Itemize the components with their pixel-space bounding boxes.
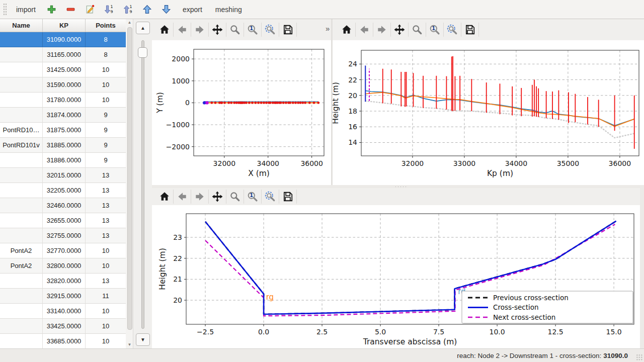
move-up-button[interactable] [139, 2, 155, 17]
table-cell[interactable]: 8 [86, 47, 126, 62]
table-row[interactable]: 32015.000013 [0, 168, 126, 183]
table-cell[interactable] [0, 77, 43, 93]
table-row[interactable]: 32820.000013 [0, 274, 126, 289]
save-button[interactable] [462, 21, 477, 38]
table-cell[interactable]: 31875.0000 [43, 123, 86, 138]
table-cell[interactable] [0, 108, 43, 123]
column-header-kp[interactable]: KP [43, 19, 86, 32]
forward-button[interactable] [192, 21, 207, 38]
zoom-one-button[interactable] [427, 21, 442, 38]
move-down-button[interactable] [158, 2, 175, 17]
table-cell[interactable]: 31165.0000 [43, 47, 86, 62]
table-row[interactable]: 32755.000013 [0, 228, 126, 243]
table-cell[interactable]: PontA2 [0, 258, 43, 274]
add-cross-section-button[interactable] [44, 2, 60, 17]
table-row[interactable]: 32205.000013 [0, 183, 126, 198]
table-cell[interactable]: 32655.0000 [43, 213, 86, 228]
remove-cross-section-button[interactable] [63, 2, 79, 17]
meshing-button[interactable]: meshing [210, 3, 247, 17]
table-cell[interactable] [0, 183, 43, 198]
export-button[interactable]: export [178, 3, 207, 17]
table-cell[interactable]: 33685.0000 [43, 334, 86, 349]
splitter-handle[interactable] [394, 186, 408, 188]
table-row[interactable]: 31425.000010 [0, 62, 126, 77]
zoom-one-button[interactable] [245, 21, 260, 38]
home-button[interactable] [339, 21, 354, 38]
table-scrollbar[interactable]: ▲ ▼ [126, 19, 133, 348]
table-cell[interactable] [0, 213, 43, 228]
resize-grip[interactable] [636, 354, 642, 360]
table-cell[interactable]: 10 [86, 93, 126, 108]
table-row[interactable]: PontA232770.000010 [0, 243, 126, 258]
pan-button[interactable] [392, 21, 407, 38]
zoom-button[interactable] [410, 21, 425, 38]
table-cell[interactable]: 13 [86, 274, 126, 289]
back-button[interactable] [175, 21, 190, 38]
table-row[interactable]: 33425.000010 [0, 319, 126, 334]
back-button[interactable] [357, 21, 372, 38]
table-row[interactable]: 31886.00009 [0, 153, 126, 168]
zoom-one-button[interactable] [245, 188, 260, 205]
zoom-button[interactable] [227, 21, 243, 38]
sort-ascending-button[interactable] [120, 2, 136, 17]
home-button[interactable] [157, 21, 172, 38]
table-cell[interactable]: 32460.0000 [43, 198, 86, 213]
table-row[interactable]: 31780.000010 [0, 93, 126, 108]
column-header-points[interactable]: Points [86, 19, 126, 32]
table-cell[interactable] [0, 32, 43, 47]
table-row[interactable]: 31165.00008 [0, 47, 126, 62]
table-cell[interactable] [0, 198, 43, 213]
table-cell[interactable]: 13 [86, 198, 126, 213]
next-section-button[interactable]: ▼ [136, 333, 150, 346]
section-slider-track[interactable] [141, 40, 144, 329]
table-row[interactable]: 32915.000011 [0, 289, 126, 304]
table-cell[interactable]: 31780.0000 [43, 93, 86, 108]
section-slider-handle[interactable] [138, 47, 147, 58]
scrollbar-up-icon[interactable]: ▲ [126, 19, 133, 26]
table-cell[interactable]: 10 [86, 258, 126, 274]
column-header-name[interactable]: Name [0, 19, 43, 32]
table-cell[interactable]: 32755.0000 [43, 228, 86, 243]
vertical-splitter[interactable] [331, 19, 333, 185]
table-cell[interactable]: 10 [86, 243, 126, 258]
cross-section-chart[interactable]: rgrd−2.50.02.55.07.510.012.515.020212223… [152, 205, 640, 348]
zoom-fit-button[interactable] [263, 21, 278, 38]
table-cell[interactable] [0, 304, 43, 319]
table-row[interactable]: 31874.00009 [0, 108, 126, 123]
profile-chart[interactable]: 3200033000340003500036000141618202224Kp … [333, 40, 644, 185]
table-cell[interactable]: 10 [86, 62, 126, 77]
table-cell[interactable]: PontRD101v [0, 138, 43, 153]
zoom-fit-button[interactable] [445, 21, 460, 38]
table-row[interactable]: 31090.00008 [0, 32, 126, 47]
scrollbar-thumb[interactable] [127, 27, 132, 330]
table-row[interactable]: 33140.000010 [0, 304, 126, 319]
table-row[interactable]: 33685.000010 [0, 334, 126, 349]
table-cell[interactable]: 10 [86, 77, 126, 93]
table-cell[interactable]: 31590.0000 [43, 77, 86, 93]
save-button[interactable] [280, 21, 295, 38]
table-cell[interactable]: 9 [86, 153, 126, 168]
table-cell[interactable] [0, 334, 43, 349]
table-cell[interactable] [0, 168, 43, 183]
toolbar-grip[interactable] [3, 3, 7, 16]
table-cell[interactable]: 13 [86, 168, 126, 183]
table-cell[interactable]: PontA2 [0, 243, 43, 258]
table-cell[interactable]: 33425.0000 [43, 319, 86, 334]
table-cell[interactable]: PontRD10… [0, 123, 43, 138]
table-cell[interactable]: 10 [86, 304, 126, 319]
edit-button[interactable] [82, 2, 98, 17]
pan-button[interactable] [210, 188, 225, 205]
table-row[interactable]: PontRD10…31875.00009 [0, 123, 126, 138]
table-cell[interactable]: 13 [86, 228, 126, 243]
table-cell[interactable]: 10 [86, 334, 126, 349]
sort-descending-button[interactable] [101, 2, 117, 17]
zoom-fit-button[interactable] [263, 188, 278, 205]
zoom-button[interactable] [227, 188, 243, 205]
table-row[interactable]: 31590.000010 [0, 77, 126, 93]
previous-section-button[interactable]: ▲ [136, 22, 150, 34]
table-row[interactable]: PontA232800.000010 [0, 258, 126, 274]
table-cell[interactable]: 31886.0000 [43, 153, 86, 168]
table-cell[interactable]: 32015.0000 [43, 168, 86, 183]
table-row[interactable]: PontRD101v31885.00009 [0, 138, 126, 153]
table-cell[interactable]: 31874.0000 [43, 108, 86, 123]
